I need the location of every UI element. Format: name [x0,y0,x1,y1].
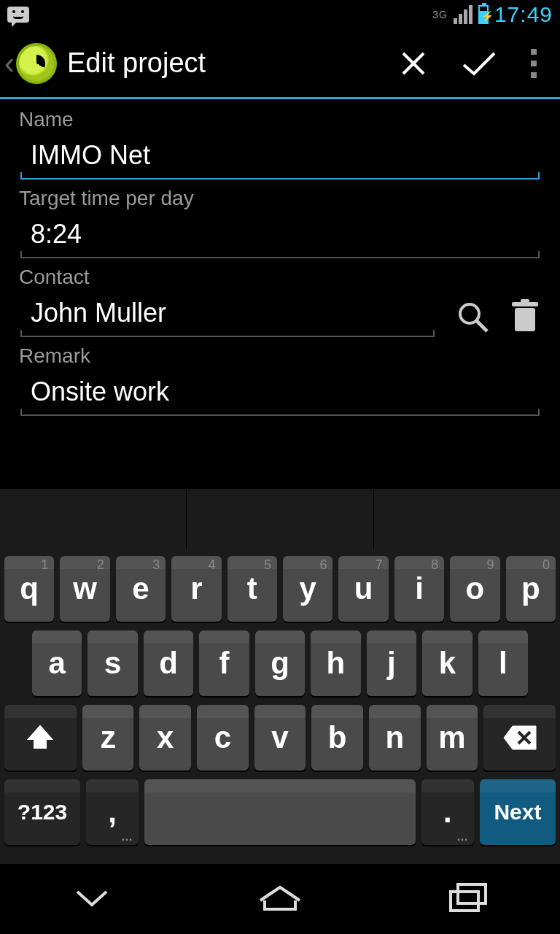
key-w[interactable]: w2 [60,556,109,622]
page-title: Edit project [67,47,381,79]
status-bar: 3G ⚡ 17:49 [0,0,560,29]
nav-home-button[interactable] [254,883,306,915]
shift-key[interactable] [4,705,77,771]
battery-icon: ⚡ [478,5,489,24]
key-x[interactable]: x [139,705,191,771]
key-j[interactable]: j [367,630,416,696]
period-key[interactable]: .… [421,779,474,845]
key-v[interactable]: v [254,705,306,771]
key-o[interactable]: o9 [450,556,499,622]
close-icon [397,47,429,80]
contact-label: Contact [19,266,540,289]
key-i[interactable]: i8 [394,556,444,622]
key-m[interactable]: m [427,705,478,771]
notification-sms-icon [7,7,29,23]
next-key[interactable]: Next [480,779,556,845]
nav-recent-button[interactable] [446,881,490,916]
search-contact-button[interactable] [455,299,490,337]
key-b[interactable]: b [311,705,363,771]
key-p[interactable]: p0 [506,556,556,622]
key-d[interactable]: d [144,630,193,696]
space-key[interactable] [144,779,416,845]
back-icon[interactable]: ‹ [0,46,16,81]
network-type: 3G [432,9,448,20]
cancel-button[interactable] [381,28,446,99]
key-h[interactable]: h [311,630,360,696]
svg-rect-6 [458,884,486,903]
comma-key[interactable]: ,… [86,779,139,845]
signal-icon [454,5,472,24]
key-e[interactable]: e3 [116,556,166,622]
name-label: Name [19,108,540,131]
nav-back-button[interactable] [70,883,114,915]
key-r[interactable]: r4 [171,556,221,622]
key-t[interactable]: t5 [228,556,277,622]
target-time-label: Target time per day [19,187,540,210]
check-icon [459,47,499,80]
delete-contact-button[interactable] [510,299,540,337]
key-s[interactable]: s [88,630,137,696]
svg-rect-5 [451,892,478,911]
backspace-key[interactable] [483,705,556,771]
key-z[interactable]: z [82,705,134,771]
suggestion-bar[interactable] [0,489,560,549]
trash-icon [510,299,540,334]
svg-rect-2 [515,308,535,331]
key-g[interactable]: g [255,630,305,696]
name-input[interactable] [20,136,540,178]
form: Name Target time per day Contact [0,99,560,489]
navigation-bar [0,864,560,934]
confirm-button[interactable] [446,28,512,99]
key-f[interactable]: f [199,630,249,696]
remark-label: Remark [19,344,540,368]
key-a[interactable]: a [32,630,82,696]
key-n[interactable]: n [369,705,421,771]
svg-point-0 [460,304,479,323]
key-k[interactable]: k [422,630,472,696]
overflow-menu-button[interactable] [512,49,556,78]
target-time-input[interactable] [20,215,540,257]
svg-rect-4 [521,299,529,303]
action-bar: ‹ Edit project [0,29,560,99]
remark-input[interactable] [20,372,540,414]
clock: 17:49 [494,2,553,27]
app-icon[interactable] [16,43,57,84]
key-c[interactable]: c [197,705,249,771]
key-y[interactable]: y6 [283,556,332,622]
keyboard: q1w2e3r4t5y6u7i8o9p0 asdfghjkl z x c v b… [0,489,560,864]
contact-input[interactable] [20,293,435,336]
key-q[interactable]: q1 [4,556,54,622]
symbols-key[interactable]: ?123 [4,779,80,845]
svg-line-1 [477,321,487,331]
key-l[interactable]: l [478,630,528,696]
key-u[interactable]: u7 [338,556,388,622]
search-icon [455,299,490,334]
